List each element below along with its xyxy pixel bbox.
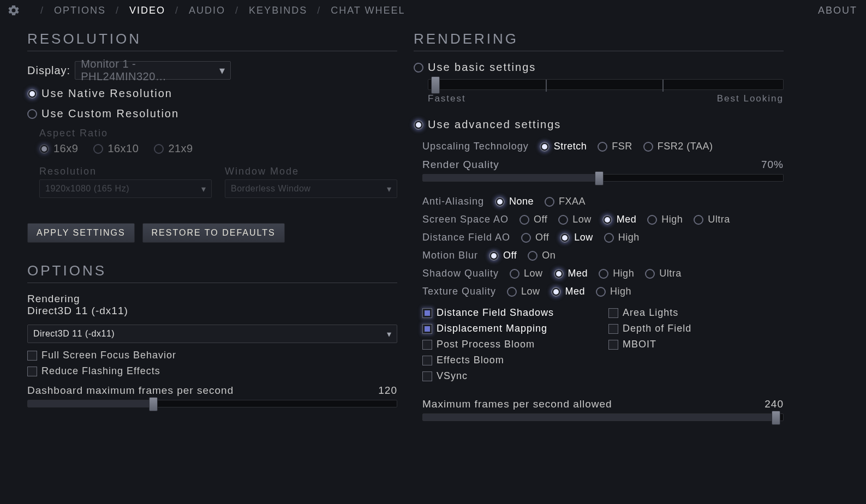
nav-keybinds[interactable]: KEYBINDS <box>249 5 307 16</box>
ssao-label: Screen Space AO <box>422 214 509 225</box>
aa-fxaa-radio[interactable] <box>545 197 554 207</box>
ssao-med-label: Med <box>617 214 637 225</box>
max-fps-slider[interactable] <box>422 413 784 421</box>
ssao-high-radio[interactable] <box>647 215 657 225</box>
render-quality-label: Render Quality <box>422 159 499 171</box>
depth-of-field-label: Depth of Field <box>623 323 691 334</box>
aa-fxaa-label: FXAA <box>559 196 586 207</box>
resolution-select-value: 1920x1080 (165 Hz) <box>45 184 129 194</box>
custom-resolution-radio[interactable] <box>27 109 37 119</box>
apply-settings-button[interactable]: APPLY SETTINGS <box>27 223 135 243</box>
texture-med-label: Med <box>565 286 586 297</box>
native-resolution-radio[interactable] <box>27 89 37 99</box>
max-fps-label: Maximum frames per second allowed <box>422 398 612 410</box>
shadow-high-radio[interactable] <box>599 269 608 279</box>
effects-bloom-checkbox[interactable] <box>422 356 432 365</box>
dfao-high-radio[interactable] <box>604 233 614 243</box>
aspect-16x9-radio[interactable] <box>39 144 49 154</box>
depth-of-field-checkbox[interactable] <box>608 324 618 334</box>
rendering-current: Direct3D 11 (-dx11) <box>27 305 397 317</box>
rendering-select-value: Direct3D 11 (-dx11) <box>33 329 115 339</box>
texture-high-label: High <box>610 286 631 297</box>
upscaling-stretch-label: Stretch <box>554 141 587 152</box>
displacement-mapping-label: Displacement Mapping <box>437 323 547 334</box>
dfao-low-radio[interactable] <box>560 233 570 243</box>
ssao-low-radio[interactable] <box>558 215 568 225</box>
resolution-select[interactable]: 1920x1080 (165 Hz) ▾ <box>39 179 212 198</box>
upscaling-fsr2-label: FSR2 (TAA) <box>658 141 713 152</box>
display-select[interactable]: Monitor 1 - PHL24MIN320… ▾ <box>75 61 231 80</box>
upscaling-fsr-label: FSR <box>612 141 632 152</box>
ssao-med-radio[interactable] <box>602 215 612 225</box>
ssao-ultra-radio[interactable] <box>694 215 703 225</box>
options-title: OPTIONS <box>27 262 397 279</box>
nav-options[interactable]: OPTIONS <box>54 5 106 16</box>
upscaling-label: Upscaling Technology <box>422 141 529 152</box>
slider-fastest-label: Fastest <box>428 93 466 104</box>
basic-quality-slider[interactable] <box>428 79 784 90</box>
area-lights-label: Area Lights <box>623 307 678 319</box>
texture-low-radio[interactable] <box>507 287 517 297</box>
shadow-ultra-label: Ultra <box>659 268 682 279</box>
max-fps-value: 240 <box>765 398 784 410</box>
chevron-down-icon: ▾ <box>219 64 225 77</box>
window-mode-select[interactable]: Borderless Window ▾ <box>225 179 397 198</box>
aspect-16x10-radio[interactable] <box>93 144 103 154</box>
restore-defaults-button[interactable]: RESTORE TO DEFAULTS <box>142 223 285 243</box>
fullscreen-focus-checkbox[interactable] <box>27 351 37 361</box>
shadow-ultra-radio[interactable] <box>645 269 655 279</box>
displacement-mapping-checkbox[interactable] <box>422 324 432 334</box>
effects-bloom-label: Effects Bloom <box>437 355 504 366</box>
ssao-high-label: High <box>661 214 683 225</box>
display-label: Display: <box>27 64 70 77</box>
vsync-label: VSync <box>437 370 468 382</box>
nav-audio[interactable]: AUDIO <box>189 5 225 16</box>
advanced-settings-label: Use advanced settings <box>428 118 561 131</box>
dashboard-fps-slider[interactable] <box>27 400 397 407</box>
reduce-flashing-checkbox[interactable] <box>27 367 37 376</box>
basic-settings-radio[interactable] <box>414 63 423 73</box>
advanced-settings-radio[interactable] <box>414 120 423 130</box>
texture-high-radio[interactable] <box>596 287 606 297</box>
upscaling-stretch-radio[interactable] <box>540 142 550 152</box>
reduce-flashing-label: Reduce Flashing Effects <box>41 365 160 377</box>
upscaling-fsr2-radio[interactable] <box>643 142 653 152</box>
nav-video[interactable]: VIDEO <box>129 5 165 16</box>
post-process-bloom-checkbox[interactable] <box>422 340 432 350</box>
motion-blur-label: Motion Blur <box>422 250 478 261</box>
slider-best-label: Best Looking <box>717 93 784 104</box>
shadow-low-radio[interactable] <box>510 269 519 279</box>
chevron-down-icon: ▾ <box>201 184 206 194</box>
aspect-21x9-radio[interactable] <box>154 144 164 154</box>
shadow-med-label: Med <box>568 268 588 279</box>
shadow-med-radio[interactable] <box>554 269 564 279</box>
mboit-checkbox[interactable] <box>608 340 618 350</box>
motion-blur-on-radio[interactable] <box>528 251 537 261</box>
aspect-16x9-label: 16x9 <box>53 142 78 155</box>
upscaling-fsr-radio[interactable] <box>598 142 607 152</box>
settings-gear-icon[interactable] <box>7 3 21 17</box>
aa-none-radio[interactable] <box>495 197 505 207</box>
area-lights-checkbox[interactable] <box>608 308 618 318</box>
rendering-select[interactable]: Direct3D 11 (-dx11) ▾ <box>27 325 397 343</box>
motion-blur-off-radio[interactable] <box>489 251 499 261</box>
aspect-ratio-label: Aspect Ratio <box>39 128 397 139</box>
mboit-label: MBOIT <box>623 339 656 350</box>
nav-chatwheel[interactable]: CHAT WHEEL <box>331 5 405 16</box>
render-quality-slider[interactable] <box>422 174 784 182</box>
dfao-high-label: High <box>618 232 640 243</box>
dashboard-fps-label: Dashboard maximum frames per second <box>27 385 234 397</box>
texture-med-radio[interactable] <box>551 287 561 297</box>
window-mode-select-value: Borderless Window <box>231 184 310 194</box>
texture-quality-label: Texture Quality <box>422 286 496 297</box>
distance-field-shadows-checkbox[interactable] <box>422 308 432 318</box>
fullscreen-focus-label: Full Screen Focus Behavior <box>41 350 176 361</box>
rendering-title: RENDERING <box>414 31 784 47</box>
dfao-off-radio[interactable] <box>521 233 531 243</box>
shadow-low-label: Low <box>524 268 543 279</box>
nav-about[interactable]: ABOUT <box>818 5 857 16</box>
vsync-checkbox[interactable] <box>422 371 432 381</box>
aa-none-label: None <box>509 196 534 207</box>
ssao-off-radio[interactable] <box>519 215 529 225</box>
display-select-value: Monitor 1 - PHL24MIN320… <box>81 58 219 83</box>
